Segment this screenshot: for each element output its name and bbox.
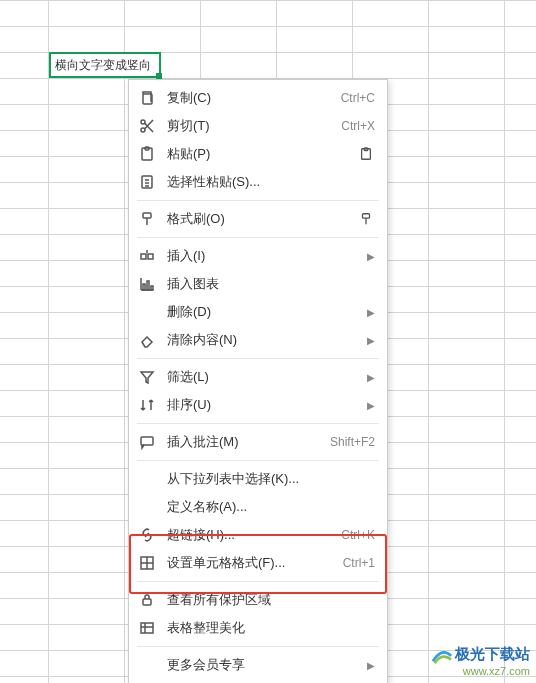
menu-label: 粘贴(P) (157, 145, 357, 163)
separator (137, 423, 379, 424)
menu-label: 选择性粘贴(S)... (157, 173, 375, 191)
menu-shortcut: Ctrl+1 (343, 556, 375, 570)
menu-paste-special[interactable]: 选择性粘贴(S)... (129, 168, 387, 196)
svg-rect-15 (141, 437, 153, 445)
menu-shortcut: Ctrl+C (341, 91, 375, 105)
menu-label: 复制(C) (157, 89, 341, 107)
paste-options-icon[interactable] (357, 145, 375, 163)
menu-label: 超链接(H)... (157, 526, 341, 544)
menu-label: 查看所有保护区域 (157, 591, 375, 609)
chevron-right-icon: ▶ (361, 307, 375, 318)
svg-rect-14 (151, 286, 153, 290)
chevron-right-icon: ▶ (361, 660, 375, 671)
eraser-icon (137, 330, 157, 350)
menu-table-beautify[interactable]: 表格整理美化 (129, 614, 387, 642)
blank-icon (137, 469, 157, 489)
brush-extra-icon[interactable] (357, 210, 375, 228)
comment-icon (137, 432, 157, 452)
svg-rect-12 (143, 284, 145, 290)
menu-label: 插入图表 (157, 275, 375, 293)
svg-rect-17 (143, 599, 151, 605)
filter-icon (137, 367, 157, 387)
svg-rect-11 (148, 254, 153, 259)
menu-label: 排序(U) (157, 396, 361, 414)
context-menu: 复制(C) Ctrl+C 剪切(T) Ctrl+X 粘贴(P) 选择性粘贴(S)… (128, 79, 388, 683)
scissors-icon (137, 116, 157, 136)
svg-rect-9 (363, 214, 370, 218)
menu-label: 从下拉列表中选择(K)... (157, 470, 375, 488)
separator (137, 200, 379, 201)
selected-cell[interactable]: 横向文字变成竖向 (49, 52, 161, 78)
clipboard-icon (137, 144, 157, 164)
menu-view-protection[interactable]: 查看所有保护区域 (129, 586, 387, 614)
menu-label: 定义名称(A)... (157, 498, 375, 516)
separator (137, 237, 379, 238)
menu-label: 更多会员专享 (157, 656, 361, 674)
svg-rect-13 (147, 281, 149, 290)
menu-format-painter[interactable]: 格式刷(O) (129, 205, 387, 233)
sort-icon (137, 395, 157, 415)
menu-label: 剪切(T) (157, 117, 341, 135)
chart-icon (137, 274, 157, 294)
blank-icon (137, 655, 157, 675)
menu-cut[interactable]: 剪切(T) Ctrl+X (129, 112, 387, 140)
menu-insert[interactable]: 插入(I) ▶ (129, 242, 387, 270)
separator (137, 646, 379, 647)
clipboard-list-icon (137, 172, 157, 192)
menu-hyperlink[interactable]: 超链接(H)... Ctrl+K (129, 521, 387, 549)
menu-paste[interactable]: 粘贴(P) (129, 140, 387, 168)
separator (137, 581, 379, 582)
menu-shortcut: Shift+F2 (330, 435, 375, 449)
blank-icon (137, 497, 157, 517)
insert-icon (137, 246, 157, 266)
chevron-right-icon: ▶ (361, 251, 375, 262)
cell-text: 横向文字变成竖向 (55, 57, 151, 74)
menu-format-cells[interactable]: 设置单元格格式(F)... Ctrl+1 (129, 549, 387, 577)
separator (137, 460, 379, 461)
menu-more-member[interactable]: 更多会员专享 ▶ (129, 651, 387, 679)
separator (137, 358, 379, 359)
table-icon (137, 618, 157, 638)
menu-label: 表格整理美化 (157, 619, 375, 637)
watermark-url: www.xz7.com (431, 665, 530, 677)
menu-define-name[interactable]: 定义名称(A)... (129, 493, 387, 521)
menu-label: 设置单元格格式(F)... (157, 554, 343, 572)
menu-label: 插入(I) (157, 247, 361, 265)
chevron-right-icon: ▶ (361, 335, 375, 346)
link-icon (137, 525, 157, 545)
menu-label: 删除(D) (157, 303, 361, 321)
watermark-title: 极光下载站 (455, 645, 530, 664)
svg-rect-8 (143, 213, 151, 218)
menu-delete[interactable]: 删除(D) ▶ (129, 298, 387, 326)
format-cells-icon (137, 553, 157, 573)
menu-filter[interactable]: 筛选(L) ▶ (129, 363, 387, 391)
menu-insert-chart[interactable]: 插入图表 (129, 270, 387, 298)
menu-insert-comment[interactable]: 插入批注(M) Shift+F2 (129, 428, 387, 456)
menu-shortcut: Ctrl+X (341, 119, 375, 133)
chevron-right-icon: ▶ (361, 400, 375, 411)
lock-icon (137, 590, 157, 610)
copy-icon (137, 88, 157, 108)
chevron-right-icon: ▶ (361, 372, 375, 383)
menu-label: 筛选(L) (157, 368, 361, 386)
brush-icon (137, 209, 157, 229)
blank-icon (137, 302, 157, 322)
svg-rect-10 (141, 254, 146, 259)
menu-shortcut: Ctrl+K (341, 528, 375, 542)
watermark: 极光下载站 www.xz7.com (431, 643, 530, 677)
menu-clear[interactable]: 清除内容(N) ▶ (129, 326, 387, 354)
menu-sort[interactable]: 排序(U) ▶ (129, 391, 387, 419)
watermark-logo-icon (431, 643, 453, 665)
menu-copy[interactable]: 复制(C) Ctrl+C (129, 84, 387, 112)
svg-rect-18 (141, 623, 153, 633)
menu-label: 插入批注(M) (157, 433, 330, 451)
menu-dropdown-select[interactable]: 从下拉列表中选择(K)... (129, 465, 387, 493)
menu-label: 清除内容(N) (157, 331, 361, 349)
menu-label: 格式刷(O) (157, 210, 357, 228)
